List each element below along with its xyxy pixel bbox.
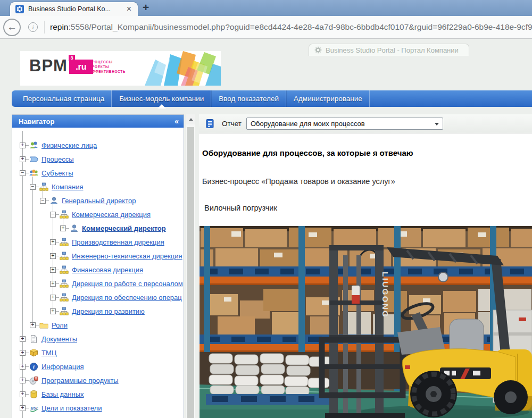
browser-window: Business Studio Portal Ko... × + ← i rep… (0, 0, 532, 418)
nav-tab[interactable]: Администрирование (286, 90, 370, 107)
tree-item-link[interactable]: ТМЦ (41, 349, 56, 357)
tree-connector (26, 408, 29, 408)
tab-close-icon[interactable]: × (124, 4, 134, 14)
tree-item-link[interactable]: Процессы (41, 155, 74, 163)
tree-row: +Дирекция по обеспечению операц (12, 290, 184, 304)
tree-item-link[interactable]: Программные продукты (41, 377, 119, 384)
collapse-node-icon[interactable]: − (50, 212, 56, 218)
tree-connector (46, 200, 49, 201)
expand-node-icon[interactable]: + (50, 253, 56, 259)
expand-node-icon[interactable]: + (50, 267, 56, 273)
document-icon (29, 335, 38, 344)
navigator-scrollbar[interactable] (186, 114, 195, 418)
nav-tab[interactable]: Персональная страница (16, 90, 112, 107)
bpm-logo-ru: .ru (76, 62, 86, 72)
tree-connector (26, 159, 29, 160)
report-toolbar: Отчет Оборудование для моих процессов (199, 114, 532, 133)
navigator-header: Навигатор « (12, 115, 184, 128)
tree-item-link[interactable]: Инженерно-техническая дирекция (72, 252, 182, 260)
collapse-panel-icon[interactable]: « (174, 117, 178, 126)
tree-item-link[interactable]: Цели и показатели (41, 404, 102, 412)
expand-node-icon[interactable]: + (20, 378, 26, 383)
expand-node-icon[interactable]: + (30, 322, 36, 328)
browser-tab-title: Business Studio Portal Ko... (28, 5, 124, 13)
org-chart-icon (60, 293, 69, 302)
tree-item-link[interactable]: Физические лица (41, 141, 97, 149)
tree-item-link[interactable]: Компания (52, 183, 84, 191)
tree-row: +Документы (12, 332, 184, 346)
back-button[interactable]: ← (3, 19, 21, 36)
tree-item-link[interactable]: Дирекция по обеспечению операц (72, 294, 182, 302)
navigator-title: Навигатор (19, 118, 54, 126)
tree-item-link[interactable]: Генеральный директор (62, 197, 136, 205)
expand-node-icon[interactable]: + (50, 239, 56, 245)
expand-node-icon[interactable]: + (20, 336, 26, 342)
tree-connector (56, 283, 59, 284)
url-path: :5558/Portal_Kompanii/businessmodel.php?… (68, 22, 532, 31)
expand-node-icon[interactable]: + (20, 350, 26, 356)
tree-connector (56, 242, 59, 243)
business-studio-flower-icon (15, 5, 24, 13)
collapse-node-icon[interactable]: − (40, 198, 46, 204)
address-input[interactable]: repin:5558/Portal_Kompanii/businessmodel… (50, 22, 532, 32)
tree-item-link[interactable]: Базы данных (41, 390, 84, 398)
scrollbar-thumb[interactable] (187, 127, 194, 418)
expand-node-icon[interactable]: + (50, 295, 56, 300)
tree-row: −Компания (12, 180, 184, 194)
org-chart-icon (60, 252, 69, 261)
expand-node-icon[interactable]: + (50, 281, 56, 287)
tree-item-link[interactable]: Финансовая дирекция (72, 266, 143, 274)
folder-icon (39, 321, 48, 330)
tree-connector (36, 325, 39, 325)
tree-row: +Коммерческий директор (12, 221, 184, 235)
tree-item-link[interactable]: Субъекты (41, 169, 73, 177)
tree-connector (56, 214, 59, 215)
tree-item-link[interactable]: Производственная дирекция (72, 238, 164, 246)
report-label: Отчет (222, 120, 242, 128)
tree-item-link[interactable]: Дирекция по развитию (72, 307, 145, 315)
tree-row: −Субъекты (12, 166, 184, 180)
page-info-icon[interactable]: i (28, 22, 38, 32)
tree-item-link[interactable]: Документы (41, 335, 77, 343)
tree-item-link[interactable]: Информация (41, 363, 84, 371)
site-logo-panel: BPM 3 .ru ПРОЦЕССЫ ПРОЕКТЫ ЭФФЕКТИВНОСТЬ (20, 51, 221, 86)
tree-row: +Производственная дирекция (12, 235, 184, 249)
tree-row: −Коммерческая дирекция (12, 207, 184, 221)
url-domain: repin (50, 22, 68, 31)
expand-node-icon[interactable]: + (20, 391, 26, 397)
logo-cubes-graphic (117, 51, 221, 86)
collapse-node-icon[interactable]: − (30, 184, 36, 190)
scroll-up-button[interactable] (186, 114, 195, 124)
tree-item-link[interactable]: Роли (52, 321, 68, 329)
software-icon (29, 376, 38, 385)
tree-item-link[interactable]: Коммерческий директор (82, 224, 166, 232)
tree-row: +Программные продукты (12, 373, 184, 387)
expand-node-icon[interactable]: + (20, 143, 26, 148)
org-chart-icon (60, 238, 69, 247)
warehouse-forklift-photo: LIUGONG (200, 226, 532, 418)
tree-row: +Физические лица (12, 138, 184, 152)
tree-row: +Процессы (12, 152, 184, 166)
tree-connector (66, 228, 69, 229)
nav-tab[interactable]: Бизнес-модель компании (112, 90, 211, 107)
equipment-name: Вилочный погрузчик (204, 204, 277, 212)
expand-node-icon[interactable]: + (50, 308, 56, 314)
nav-tab[interactable]: Ввод показателей (211, 90, 286, 107)
new-tab-button[interactable]: + (143, 1, 149, 14)
tree-row: +BSCЦели и показатели (12, 401, 184, 415)
svg-text:i: i (33, 364, 35, 370)
expand-node-icon[interactable]: + (60, 225, 66, 231)
report-select[interactable]: Оборудование для моих процессов (246, 118, 443, 130)
tree-item-link[interactable]: Коммерческая дирекция (72, 211, 151, 219)
tree-connector (26, 366, 29, 367)
expand-node-icon[interactable]: + (20, 364, 26, 370)
collapse-node-icon[interactable]: − (20, 170, 26, 176)
database-icon (29, 390, 38, 399)
browser-tab[interactable]: Business Studio Portal Ko... × (10, 2, 138, 16)
report-select-value: Оборудование для моих процессов (251, 120, 365, 128)
tree-connector (26, 394, 29, 395)
bpm-logo-sup: 3 (69, 55, 75, 61)
expand-node-icon[interactable]: + (20, 405, 26, 411)
expand-node-icon[interactable]: + (20, 156, 26, 162)
tree-item-link[interactable]: Дирекция по работе с персоналом (72, 280, 183, 288)
